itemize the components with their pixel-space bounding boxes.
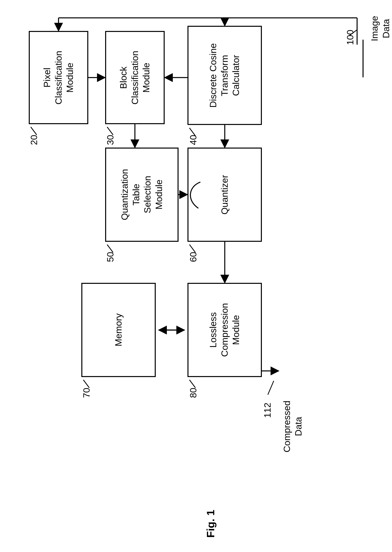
svg-line-28: [107, 245, 113, 252]
block-memory-label: Memory: [113, 313, 124, 346]
diagram-canvas: 10 Pixel Classification Module 20 Block …: [0, 0, 392, 552]
ref-70: 70: [81, 388, 92, 398]
svg-line-31: [189, 380, 196, 388]
block-pixel-classification: Pixel Classification Module: [29, 31, 88, 124]
ref-100: 100: [345, 30, 356, 45]
block-block-classification: Block Classification Module: [105, 31, 165, 124]
svg-line-26: [107, 127, 113, 135]
ref-20: 20: [28, 135, 40, 145]
svg-line-24: [268, 381, 274, 395]
output-label: Compressed Data: [281, 401, 304, 452]
ref-30: 30: [105, 135, 116, 145]
block-quant-label: Quantizer: [219, 175, 231, 214]
block-memory: Memory: [81, 283, 156, 377]
figure-label: Fig. 1: [204, 510, 217, 538]
block-block-label: Block Classification Module: [118, 51, 152, 105]
svg-line-25: [31, 127, 37, 135]
block-dct: Discrete Cosine Transform Calculator: [188, 26, 262, 125]
block-lossless-label: Lossless Compression Module: [208, 303, 242, 357]
input-label: Image Data: [369, 16, 392, 41]
block-qtable: Quantization Table Selection Module: [105, 147, 179, 242]
block-pixel-label: Pixel Classification Module: [42, 51, 76, 105]
ref-60: 60: [188, 252, 199, 262]
svg-line-30: [83, 380, 89, 388]
block-quantizer: Quantizer: [188, 147, 262, 242]
block-dct-label: Discrete Cosine Transform Calculator: [208, 43, 242, 108]
svg-line-27: [189, 128, 196, 136]
ref-80: 80: [188, 388, 199, 398]
ref-40: 40: [188, 135, 199, 145]
ref-112: 112: [262, 403, 273, 418]
block-qtable-label: Quantization Table Selection Module: [119, 169, 165, 220]
block-lossless: Lossless Compression Module: [188, 283, 262, 377]
ref-50: 50: [105, 252, 116, 262]
svg-line-29: [189, 245, 196, 252]
